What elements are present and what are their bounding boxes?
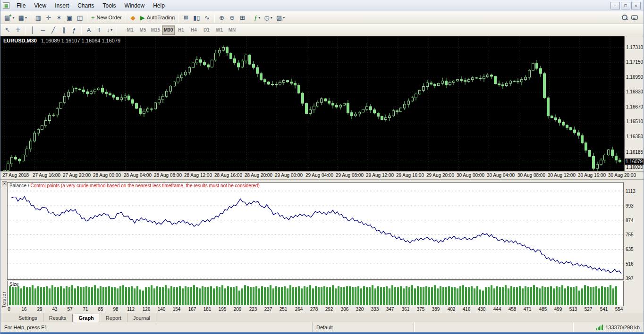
timeframe-m15[interactable]: M15 (149, 25, 162, 35)
timeframe-w1[interactable]: W1 (213, 25, 226, 35)
time-tick: 28 Aug 16:00 (214, 173, 242, 178)
terminal-button[interactable]: ▣ (64, 12, 75, 23)
chat-icon[interactable]: ⋯ (631, 15, 638, 20)
tab-settings[interactable]: Settings (13, 313, 43, 322)
data-window-button[interactable]: ✛ (43, 12, 54, 23)
arrows-button[interactable]: ↓▾ (104, 25, 115, 35)
trade-tick: 416 (463, 307, 471, 312)
minimize-button[interactable]: – (610, 2, 620, 9)
trade-tick: 223 (249, 307, 257, 312)
new-order-button[interactable]: +New Order (89, 12, 124, 23)
strategy-tester-button[interactable]: ◫ (75, 12, 85, 23)
chart-window: EURUSD,M30 1.16089 1.16107 1.16064 1.160… (0, 36, 644, 179)
line-chart-button[interactable]: ∿ (202, 12, 212, 23)
metatrader-window: ▦ FileViewInsertChartsToolsWindowHelp –□… (0, 0, 644, 334)
trade-tick: 251 (280, 307, 288, 312)
timeframe-d1[interactable]: D1 (200, 25, 213, 35)
restore-button[interactable]: □ (621, 2, 630, 9)
tile-windows-button[interactable]: ⊞ (237, 12, 248, 23)
cursor-button[interactable]: ↖ (2, 25, 13, 35)
chart-quotes: 1.16089 1.16107 1.16064 1.16079 (41, 38, 120, 43)
time-tick: 30 Aug 16:00 (578, 173, 606, 178)
chart-symbol: EURUSD,M30 (3, 38, 37, 43)
horizontal-line-button[interactable]: ─ (38, 25, 48, 35)
trendline-button[interactable]: ╱ (48, 25, 59, 35)
zoom-out-icon: ⊖ (229, 15, 235, 21)
timeframe-m1[interactable]: M1 (124, 25, 136, 35)
crosshair-button[interactable]: ✛ (13, 25, 23, 35)
tester-panel-label: Tester (1, 291, 7, 308)
templates-button[interactable]: ▨▾ (274, 12, 287, 23)
equidistant-channel-icon: ∥ (62, 27, 66, 33)
balance-line-chart-svg[interactable] (8, 183, 623, 279)
chevron-down-icon: ▾ (283, 16, 285, 20)
autotrading-button[interactable]: ▶AutoTrading (138, 12, 177, 23)
time-tick: 27 Aug 20:00 (63, 173, 91, 178)
search-icon[interactable] (622, 15, 627, 20)
candlestick-chart-button[interactable]: ▮▯ (191, 12, 202, 23)
timeframe-h4[interactable]: H4 (187, 25, 200, 35)
fibonacci-button[interactable]: ƒ (69, 25, 79, 35)
candlestick-chart-svg[interactable] (0, 36, 625, 171)
trade-tick: 471 (524, 307, 532, 312)
balance-tick: 635 (626, 247, 634, 252)
profiles-button[interactable]: ▦▾ (17, 12, 29, 23)
toolbar-separator (178, 13, 179, 22)
trade-tick: 16 (21, 307, 26, 312)
toolbar-separator (31, 13, 31, 22)
zoom-out-button[interactable]: ⊖ (227, 12, 237, 23)
toolbar-separator (250, 13, 250, 22)
menu-insert[interactable]: Insert (51, 0, 73, 11)
metaeditor-button[interactable]: ◆ (128, 12, 138, 23)
text-label-button[interactable]: T (94, 25, 104, 35)
trade-number-axis: 0162943577185981121261401541671811952092… (7, 307, 624, 313)
tab-report[interactable]: Report (100, 313, 127, 322)
tab-graph[interactable]: Graph (72, 314, 100, 322)
status-profile[interactable]: Default (312, 322, 414, 332)
bar-chart-button[interactable]: ≣ (181, 12, 191, 23)
vertical-line-button[interactable]: │ (27, 25, 38, 35)
periods-button[interactable]: ◷▾ (263, 12, 274, 23)
navigator-button[interactable]: ✶ (54, 12, 64, 23)
tab-journal[interactable]: Journal (127, 313, 156, 322)
time-tick: 29 Aug 08:00 (336, 173, 364, 178)
menu-tools[interactable]: Tools (99, 0, 120, 11)
time-axis[interactable]: 27 Aug 201827 Aug 16:0027 Aug 20:0028 Au… (0, 171, 644, 179)
timeframe-m5[interactable]: M5 (136, 25, 149, 35)
trade-tick: 389 (432, 307, 440, 312)
menu-file[interactable]: File (12, 0, 30, 11)
close-tester-button[interactable]: × (2, 181, 7, 186)
price-scale[interactable]: 1.173101.171501.169901.168301.166701.165… (625, 36, 644, 171)
trade-tick: 292 (325, 307, 333, 312)
timeframe-h1[interactable]: H1 (175, 25, 187, 35)
new-chart-button[interactable]: ▤+▾ (2, 12, 17, 23)
toolbar-separator (117, 25, 117, 35)
timeframe-mn[interactable]: MN (226, 25, 238, 35)
close-button[interactable]: × (631, 2, 641, 9)
menu-charts[interactable]: Charts (73, 0, 98, 11)
timeframe-m30[interactable]: M30 (162, 25, 175, 35)
menu-view[interactable]: View (30, 0, 51, 11)
time-tick: 28 Aug 12:00 (184, 173, 212, 178)
trade-tick: 0 (8, 307, 10, 312)
zoom-in-button[interactable]: ⊕ (217, 12, 227, 23)
trade-tick: 154 (173, 307, 181, 312)
text-button[interactable]: A (84, 25, 94, 35)
tester-panel: × Tester Balance / Control points (a ver… (0, 179, 644, 322)
equidistant-channel-button[interactable]: ∥ (59, 25, 69, 35)
tab-results[interactable]: Results (43, 313, 73, 322)
trade-tick: 458 (508, 307, 517, 312)
market-watch-button[interactable]: ▥ (33, 12, 43, 23)
menu-help[interactable]: Help (149, 0, 169, 11)
price-tick: 1.16020 (626, 165, 643, 170)
new-order-icon: + (91, 15, 95, 21)
indicators-button[interactable]: ƒ▾ (252, 12, 263, 23)
time-tick: 30 Aug 20:00 (608, 173, 636, 178)
trade-tick: 85 (98, 307, 103, 312)
time-tick: 29 Aug 00:00 (275, 173, 303, 178)
indicators-icon: ƒ (254, 15, 257, 21)
status-profile-text: Default (316, 325, 333, 330)
menu-window[interactable]: Window (120, 0, 149, 11)
trade-tick: 209 (234, 307, 242, 312)
time-tick: 30 Aug 00:00 (457, 173, 484, 178)
